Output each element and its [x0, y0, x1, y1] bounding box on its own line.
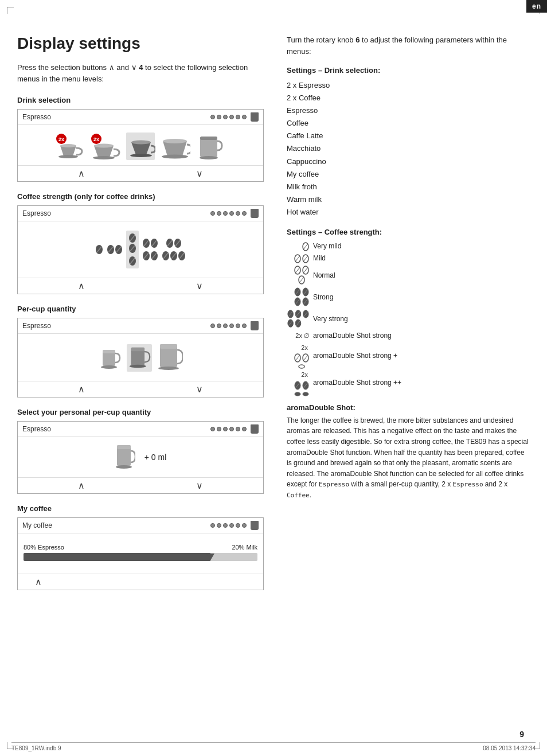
pq-dot-1 [210, 427, 215, 431]
cup-svg-3 [126, 132, 155, 161]
aroma3-beans [294, 380, 310, 396]
strength-label-aroma1: aromaDouble Shot strong [313, 330, 530, 341]
nav-up-pq[interactable]: ∧ [78, 480, 85, 491]
drink-selection-footer: ∧ ∨ [18, 165, 263, 181]
slider-thumb[interactable] [206, 554, 214, 560]
nav-down-pq[interactable]: ∨ [196, 480, 203, 491]
cup-svg-5 [198, 132, 223, 161]
mc-dot-5 [236, 523, 240, 528]
pc-dot-2 [217, 324, 221, 328]
svg-point-12 [162, 155, 188, 159]
strength-label-3: Normal [313, 265, 530, 286]
nav-up-strength[interactable]: ∧ [78, 280, 85, 291]
corner-mark-tl [7, 7, 14, 14]
dots-row-strength [210, 209, 259, 218]
nav-down-percup[interactable]: ∨ [196, 384, 203, 395]
s-dot-5 [236, 211, 240, 216]
dot-4 [229, 115, 234, 119]
rs-bean-4 [294, 287, 310, 307]
strength-label-aroma3: aromaDouble Shot strong ++ [313, 370, 530, 396]
svg-point-11 [163, 139, 187, 143]
list-item: Macchiato [287, 142, 530, 155]
dots-row-percup [210, 321, 259, 330]
bean-svg-4a [142, 238, 158, 248]
pc-dot-1 [210, 324, 215, 328]
aroma-section-heading: aromaDouble Shot: [287, 403, 530, 412]
svg-rect-14 [200, 137, 217, 140]
strength-label-aroma2: aromaDouble Shot strong + [313, 343, 530, 369]
s-dot-6 [242, 211, 247, 216]
drink-icons-row: 2x 2x [52, 130, 230, 163]
svg-point-6 [94, 144, 114, 148]
sd-card-icon [251, 112, 259, 122]
right-column: Turn the rotary knob 6 to adjust the fol… [281, 34, 530, 601]
quantity-text: + 0 ml [144, 453, 167, 462]
strength-label-5: Very strong [313, 309, 530, 329]
drink-icons-body: 2x 2x [18, 125, 263, 165]
svg-text:2x: 2x [58, 137, 64, 142]
rs-bean-2 [294, 254, 310, 264]
svg-point-92 [299, 365, 304, 368]
nav-up-percup[interactable]: ∧ [78, 384, 85, 395]
right-intro: Turn the rotary knob 6 to adjust the fol… [287, 34, 530, 57]
drink-icon-5 [195, 132, 226, 161]
dots-row-mc [210, 521, 259, 530]
my-coffee-header: My coffee [18, 518, 263, 533]
svg-point-97 [295, 392, 300, 396]
strength-icon-aroma2: 2x [287, 343, 310, 369]
s-dot-1 [210, 211, 215, 216]
intro-text: Press the selection buttons ∧ and ∨ 4 to… [17, 62, 264, 84]
personal-quantity-body: + 0 ml [18, 437, 263, 477]
coffee-strength-box: Espresso [17, 205, 264, 294]
list-item: Espresso [287, 104, 530, 117]
strength-label-1: Very mild [313, 241, 530, 252]
med-cup-svg [127, 344, 152, 372]
list-item: Milk froth [287, 181, 530, 193]
personal-quantity-footer: ∧ ∨ [18, 477, 263, 493]
svg-point-10 [130, 154, 152, 157]
per-cup-box: Espresso [17, 318, 264, 398]
pc-dot-3 [223, 324, 228, 328]
nav-up-mc[interactable]: ∧ [35, 576, 42, 587]
aroma-prefix-1: 2x ∅ [295, 331, 310, 341]
pc-dot-4 [229, 324, 234, 328]
strength-5-beans [162, 238, 186, 261]
svg-rect-50 [131, 348, 144, 351]
svg-point-7 [93, 156, 115, 159]
footer-left: TE809_1RW.indb 9 [11, 745, 61, 751]
svg-point-54 [158, 367, 179, 370]
pq-dot-3 [223, 427, 228, 431]
strength-label-2: Mild [313, 253, 530, 264]
strength-2-beans [107, 244, 123, 255]
bean-svg-5a [166, 238, 182, 248]
aroma-prefix-3: 2x [301, 370, 310, 380]
per-cup-heading: Per-cup quantity [17, 305, 264, 313]
svg-line-69 [299, 277, 304, 283]
svg-line-59 [303, 244, 308, 250]
nav-down-drink[interactable]: ∨ [196, 168, 203, 179]
svg-line-63 [303, 256, 308, 262]
settings-drink-list: 2 x Espresso 2 x Coffee Espresso Coffee … [287, 79, 530, 219]
pq-dot-2 [217, 427, 221, 431]
rs-bean-5 [287, 309, 310, 329]
strength-icon-3 [287, 265, 310, 286]
drink-icon-1: 2x [55, 132, 87, 161]
strength-body [88, 226, 193, 273]
list-item: Caffe Latte [287, 130, 530, 142]
settings-strength-heading: Settings – Coffee strength: [287, 228, 530, 236]
svg-rect-53 [160, 344, 177, 349]
my-coffee-heading: My coffee [17, 504, 264, 513]
sd-card-icon-percup [251, 321, 259, 330]
nav-up-drink[interactable]: ∧ [78, 168, 85, 179]
strength-3-beans [126, 231, 139, 268]
strength-settings-grid: Very mild Mild [287, 241, 530, 396]
svg-point-48 [101, 365, 117, 369]
strength-icon-4 [287, 287, 310, 307]
nav-down-strength[interactable]: ∨ [196, 280, 203, 291]
bean-svg-5b [162, 251, 186, 261]
strength-icon-5 [287, 309, 310, 329]
bean-svg-3a [128, 233, 136, 254]
list-item: Hot water [287, 206, 530, 219]
mc-dot-1 [210, 523, 215, 528]
slider-track[interactable] [24, 553, 257, 561]
